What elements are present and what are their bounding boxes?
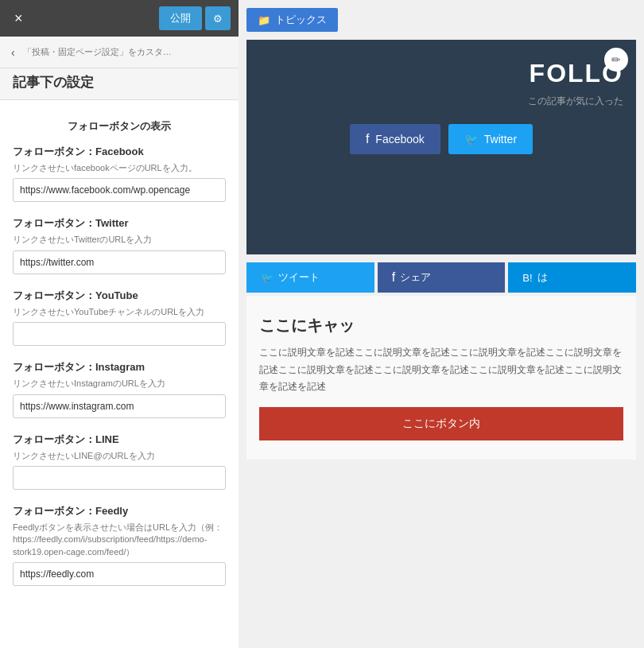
field-hint-twitter: リンクさせたいTwitterのURLを入力 (13, 234, 226, 246)
left-panel: × 公開 ⚙ ‹ 「投稿・固定ページ設定」をカスタ… 記事下の設定 フォローボタ… (0, 0, 239, 648)
field-input-instagram[interactable] (13, 394, 226, 418)
field-input-feedly[interactable] (13, 562, 226, 586)
field-hint-feedly: Feedlyボタンを表示させたい場合はURLを入力（例：https://feed… (13, 522, 226, 558)
field-group-line: フォローボタン：LINE リンクさせたいLINE@のURLを入力 (13, 433, 226, 490)
section-title: フォローボタンの表示 (13, 113, 226, 145)
share-bar: 🐦 ツイート f シェア B! は (246, 262, 636, 293)
page-title-bar: 記事下の設定 (0, 68, 239, 100)
field-input-twitter[interactable] (13, 250, 226, 274)
facebook-icon: f (366, 132, 369, 146)
publish-button[interactable]: 公開 (159, 6, 202, 30)
page-title: 記事下の設定 (13, 73, 226, 91)
settings-button[interactable]: ⚙ (205, 6, 231, 30)
field-input-line[interactable] (13, 466, 226, 490)
field-group-twitter: フォローボタン：Twitter リンクさせたいTwitterのURLを入力 (13, 216, 226, 274)
tweet-button[interactable]: 🐦 ツイート (246, 262, 374, 293)
field-label-facebook: フォローボタン：Facebook (13, 145, 226, 159)
breadcrumb-text: 「投稿・固定ページ設定」をカスタ… (23, 46, 172, 58)
tweet-label: ツイート (278, 270, 320, 285)
field-label-youtube: フォローボタン：YouTube (13, 289, 226, 303)
cta-title: ここにキャッ (259, 315, 623, 336)
cta-section: ここにキャッ ここに説明文章を記述ここに説明文章を記述ここに説明文章を記述ここに… (246, 296, 636, 460)
publish-area: 公開 ⚙ (159, 6, 231, 30)
follow-buttons: f Facebook 🐦 Twitter (259, 124, 623, 154)
breadcrumb-bar: ‹ 「投稿・固定ページ設定」をカスタ… (0, 37, 239, 68)
cta-button[interactable]: ここにボタン内 (259, 407, 623, 440)
field-group-youtube: フォローボタン：YouTube リンクさせたいYouTubeチャンネルのURLを… (13, 289, 226, 346)
preview-content: 📁 トピックス ✏ FOLLO この記事が気に入った f Facebook 🐦 … (239, 0, 644, 648)
share-label: シェア (400, 270, 431, 285)
hatena-text: は (537, 270, 548, 285)
facebook-follow-button[interactable]: f Facebook (350, 124, 440, 154)
field-group-feedly: フォローボタン：Feedly Feedlyボタンを表示させたい場合はURLを入力… (13, 504, 226, 586)
hatena-label: B! (522, 272, 532, 284)
field-input-facebook[interactable] (13, 178, 226, 202)
twitter-bird-icon: 🐦 (464, 133, 478, 146)
field-group-instagram: フォローボタン：Instagram リンクさせたいInstagramのURLを入… (13, 360, 226, 417)
field-label-instagram: フォローボタン：Instagram (13, 360, 226, 374)
facebook-follow-label: Facebook (375, 133, 424, 146)
field-hint-instagram: リンクさせたいInstagramのURLを入力 (13, 378, 226, 390)
field-group-facebook: フォローボタン：Facebook リンクさせたいfacebookページのURLを… (13, 145, 226, 202)
field-label-twitter: フォローボタン：Twitter (13, 216, 226, 231)
field-input-youtube[interactable] (13, 322, 226, 346)
tweet-icon: 🐦 (261, 272, 274, 284)
top-bar: × 公開 ⚙ (0, 0, 239, 37)
follow-subtitle: この記事が気に入った (259, 95, 623, 108)
topic-icon: 📁 (258, 14, 270, 26)
panel-scroll: フォローボタンの表示 フォローボタン：Facebook リンクさせたいfaceb… (0, 100, 239, 648)
field-hint-youtube: リンクさせたいYouTubeチャンネルのURLを入力 (13, 306, 226, 318)
field-label-feedly: フォローボタン：Feedly (13, 504, 226, 518)
twitter-follow-label: Twitter (484, 133, 517, 146)
topic-bar: 📁 トピックス (246, 8, 338, 32)
follow-title: FOLLO (259, 59, 623, 88)
back-arrow-icon[interactable]: ‹ (8, 43, 18, 62)
edit-icon[interactable]: ✏ (604, 48, 628, 72)
field-hint-facebook: リンクさせたいfacebookページのURLを入力。 (13, 162, 226, 174)
right-panel: 📁 トピックス ✏ FOLLO この記事が気に入った f Facebook 🐦 … (239, 0, 644, 648)
cta-text: ここに説明文章を記述ここに説明文章を記述ここに説明文章を記述ここに説明文章を記述… (259, 344, 623, 396)
twitter-follow-button[interactable]: 🐦 Twitter (448, 124, 533, 154)
follow-section: ✏ FOLLO この記事が気に入った f Facebook 🐦 Twitter (246, 40, 636, 254)
field-label-line: フォローボタン：LINE (13, 433, 226, 447)
share-icon: f (392, 270, 395, 285)
hatena-button[interactable]: B! は (508, 262, 636, 293)
close-button[interactable]: × (8, 7, 29, 30)
share-button[interactable]: f シェア (378, 262, 506, 293)
topic-label: トピックス (275, 13, 327, 27)
field-hint-line: リンクさせたいLINE@のURLを入力 (13, 450, 226, 462)
